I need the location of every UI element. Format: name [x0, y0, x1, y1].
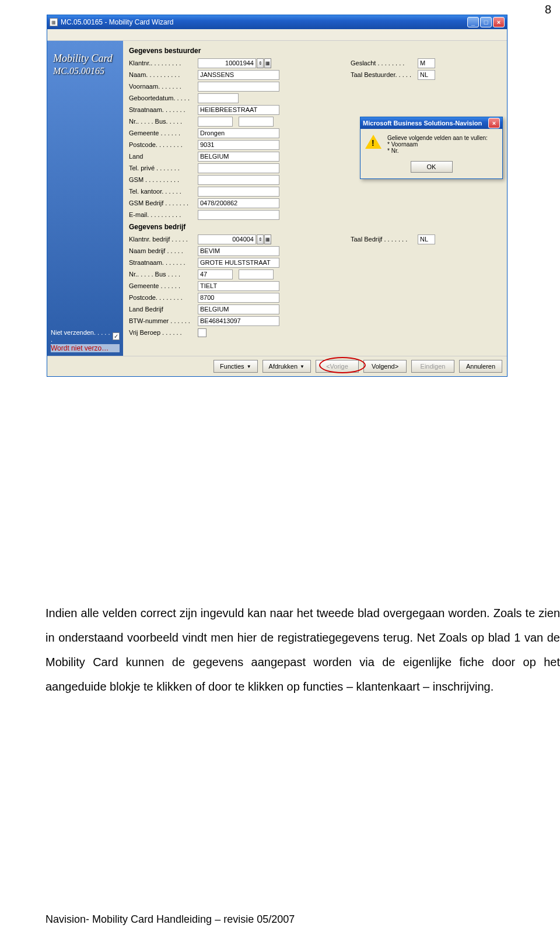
afdrukken-button[interactable]: Afdrukken▼ [262, 360, 311, 373]
msgbox-title: Microsoft Business Solutions-Navision [363, 120, 482, 127]
co-btw-input[interactable]: BE468413097 [198, 316, 279, 326]
chevron-down-icon: ▼ [247, 364, 251, 369]
niet-verzenden-label: Niet verzenden. . . . . . [51, 329, 110, 343]
telprive-input[interactable] [198, 163, 279, 173]
warning-dialog: Microsoft Business Solutions-Navision × … [360, 117, 503, 179]
co-straat-input[interactable]: GROTE HULSTSTRAAT [198, 258, 279, 268]
voornaam-input[interactable] [198, 82, 279, 92]
email-input[interactable] [198, 210, 279, 220]
co-straat-label: Straatnaam. . . . . . . [129, 259, 198, 266]
telkantoor-input[interactable] [198, 187, 279, 197]
niet-verzenden-warning: Wordt niet verzo… [51, 344, 120, 352]
co-naam-label: Naam bedrijf . . . . . [129, 247, 198, 254]
toolbar [47, 29, 507, 41]
co-postcode-label: Postcode. . . . . . . . [129, 294, 198, 301]
naam-input[interactable]: JANSSENS [198, 70, 279, 80]
straat-input[interactable]: HEIEBREESTRAAT [198, 105, 279, 115]
functies-button[interactable]: Functies▼ [214, 360, 258, 373]
co-klantnr-spin[interactable]: ⇕ [257, 234, 264, 244]
postcode-label: Postcode. . . . . . . . [129, 141, 198, 148]
co-land-label: Land Bedrijf [129, 306, 198, 313]
postcode-input[interactable]: 9031 [198, 140, 279, 150]
co-postcode-input[interactable]: 8700 [198, 293, 279, 303]
sidebar-title-2: MC.05.00165 [53, 66, 117, 76]
co-naam-input[interactable]: BEVIM [198, 246, 279, 256]
co-vrijberoep-checkbox[interactable] [198, 328, 206, 337]
land-input[interactable]: BELGIUM [198, 152, 279, 162]
volgend-button[interactable]: Volgend> [363, 360, 407, 373]
geboorte-input[interactable] [198, 93, 239, 103]
nrbus-label: Nr.. . . . . Bus. . . . . [129, 118, 198, 125]
co-taal-input[interactable]: NL [418, 234, 435, 244]
co-nr-input[interactable]: 47 [198, 269, 233, 279]
co-gemeente-label: Gemeente . . . . . . [129, 282, 198, 289]
geboorte-label: Geboortedatum. . . . . [129, 94, 198, 101]
titlebar: ▦ MC.05.00165 - Mobility Card Wizard _ □… [47, 15, 507, 29]
button-bar: Functies▼ Afdrukken▼ <Vorige Volgend> Ei… [47, 356, 507, 376]
geslacht-label: Geslacht . . . . . . . . [351, 59, 418, 66]
voornaam-label: Voornaam. . . . . . . [129, 83, 198, 90]
gsmbedrijf-label: GSM Bedrijf . . . . . . . [129, 199, 198, 206]
form-area: Gegevens bestuurder Klantnr.. . . . . . … [123, 41, 507, 356]
co-vrijberoep-label: Vrij Beroep . . . . . . [129, 329, 198, 336]
taal-label: Taal Bestuurder. . . . . [351, 71, 418, 78]
klantnr-spin[interactable]: ⇕ [257, 58, 264, 68]
maximize-button[interactable]: □ [480, 17, 492, 27]
warning-icon [365, 135, 382, 151]
straat-label: Straatnaam. . . . . . . [129, 106, 198, 113]
co-klantnr-input[interactable]: 004004 [198, 234, 256, 244]
naam-label: Naam. . . . . . . . . . [129, 71, 198, 78]
telkantoor-label: Tel. kantoor. . . . . . [129, 188, 198, 195]
co-gemeente-input[interactable]: TIELT [198, 281, 279, 291]
co-btw-label: BTW-nummer . . . . . . [129, 317, 198, 324]
window-title: MC.05.00165 - Mobility Card Wizard [61, 18, 173, 26]
wizard-window: ▦ MC.05.00165 - Mobility Card Wizard _ □… [47, 15, 508, 377]
co-klantnr-lookup[interactable]: ▦ [264, 234, 271, 244]
footer-text: Navision- Mobility Card Handleiding – re… [46, 913, 295, 926]
klantnr-lookup[interactable]: ▦ [264, 58, 271, 68]
bus-input[interactable] [239, 117, 274, 127]
co-taal-label: Taal Bedrijf . . . . . . . [351, 236, 418, 243]
email-label: E-mail. . . . . . . . . . [129, 211, 198, 218]
gemeente-label: Gemeente . . . . . . [129, 129, 198, 136]
gsm-label: GSM . . . . . . . . . . [129, 176, 198, 183]
body-paragraph: Indien alle velden correct zijn ingevuld… [46, 601, 560, 699]
geslacht-input[interactable]: M [418, 58, 435, 68]
msgbox-text: Gelieve volgende velden aan te vullen: *… [387, 135, 488, 154]
sidebar-title-1: Mobility Card [53, 52, 117, 65]
eindigen-button[interactable]: Eindigen [411, 360, 454, 373]
co-bus-input[interactable] [239, 269, 274, 279]
telprive-label: Tel. privé . . . . . . . [129, 164, 198, 171]
gsmbedrijf-input[interactable]: 0478/200862 [198, 198, 279, 208]
msgbox-close-button[interactable]: × [488, 118, 500, 128]
sidebar: Mobility Card MC.05.00165 Niet verzenden… [47, 41, 123, 356]
annuleren-button[interactable]: Annuleren [459, 360, 502, 373]
gsm-input[interactable] [198, 175, 279, 185]
co-land-input[interactable]: BELGIUM [198, 304, 279, 314]
co-klantnr-label: Klantnr. bedrijf . . . . . [129, 236, 198, 243]
gemeente-input[interactable]: Drongen [198, 128, 279, 138]
minimize-button[interactable]: _ [467, 17, 479, 27]
land-label: Land [129, 153, 198, 160]
page-number: 8 [545, 3, 551, 16]
app-icon: ▦ [50, 18, 58, 26]
klantnr-label: Klantnr.. . . . . . . . . [129, 59, 198, 66]
chevron-down-icon: ▼ [300, 364, 304, 369]
co-nrbus-label: Nr.. . . . . Bus . . . . [129, 271, 198, 278]
msgbox-ok-button[interactable]: OK [411, 161, 453, 173]
driver-heading: Gegevens bestuurder [129, 47, 501, 55]
vorige-button[interactable]: <Vorige [316, 360, 359, 373]
close-button[interactable]: × [493, 17, 505, 27]
klantnr-input[interactable]: 10001944 [198, 58, 256, 68]
niet-verzenden-checkbox[interactable]: ✓ [113, 332, 120, 340]
taal-input[interactable]: NL [418, 70, 435, 80]
company-heading: Gegevens bedrijf [129, 223, 501, 231]
nr-input[interactable] [198, 117, 233, 127]
